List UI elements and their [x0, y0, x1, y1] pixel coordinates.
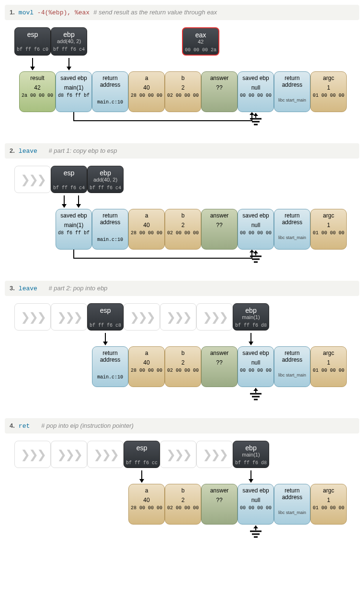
stack-cell: argc 1 01 00 00 00 [310, 346, 347, 387]
svg-marker-13 [76, 204, 81, 208]
step-header: 2. leave # part 1: copy ebp to esp [5, 143, 359, 159]
ghost-slot: ❯❯❯ [87, 441, 124, 468]
ghost-slot: ❯❯❯ [160, 303, 196, 331]
stack-cell: result 42 2a 00 00 00 [19, 71, 56, 112]
comment: # part 1: copy ebp to esp [48, 147, 117, 154]
ghost-slot: ❯❯❯ [14, 166, 51, 193]
stack-cell: return address main.c:10 [92, 209, 128, 250]
ghost-slot: ❯❯❯ [51, 441, 87, 468]
stack-cell: saved ebp null 00 00 00 00 [238, 209, 274, 250]
stack-cell: answer ?? [201, 209, 238, 250]
stack-cell: answer ?? [201, 484, 238, 525]
register-esp: esp bf ff f6 c0 [14, 27, 51, 56]
ghost-slot: ❯❯❯ [196, 441, 233, 468]
svg-marker-34 [253, 525, 258, 528]
ghost-slot: ❯❯❯ [14, 441, 51, 468]
stack-cell: return address libc start_main [274, 209, 310, 250]
stack-cell: answer ?? [201, 71, 238, 112]
stack-cell: saved ebp main(1) d8 f6 ff bf [56, 209, 92, 250]
comment: # pop into eip (instruction pointer) [41, 422, 134, 429]
stack-cell: a 40 28 00 00 00 [128, 346, 165, 387]
stack-cell: saved ebp main(1) d8 f6 ff bf [56, 71, 92, 112]
register-esp: esp bf ff f6 cc [124, 441, 160, 468]
instruction: leave [19, 148, 45, 155]
stack-cell: saved ebp null 00 00 00 00 [238, 71, 274, 112]
ghost-slot: ❯❯❯ [51, 303, 87, 331]
stack-cell: b 2 02 00 00 00 [165, 346, 201, 387]
stack-cell: argc 1 01 00 00 00 [310, 209, 347, 250]
instruction: movl -4(%ebp), %eax [19, 9, 90, 16]
step-header: 1. movl -4(%ebp), %eax # send result as … [5, 5, 359, 20]
register-esp: esp bf ff f6 c4 [51, 166, 87, 193]
ground-icon [249, 113, 263, 126]
svg-marker-6 [253, 113, 258, 116]
stack-cell: a 40 28 00 00 00 [128, 209, 165, 250]
stack-cell: a 40 28 00 00 00 [128, 484, 165, 525]
register-ebp: ebp main(1) bf ff f6 d8 [233, 441, 269, 468]
comment: # send result as the return value throug… [93, 9, 217, 16]
svg-marker-16 [253, 251, 258, 253]
svg-marker-3 [67, 67, 71, 70]
svg-marker-23 [249, 342, 253, 345]
stack-cell: saved ebp null 00 00 00 00 [238, 484, 274, 525]
stack-cell: return address libc start_main [274, 484, 310, 525]
svg-marker-11 [62, 204, 67, 208]
ghost-slot: ❯❯❯ [160, 441, 196, 468]
ghost-slot: ❯❯❯ [124, 303, 160, 331]
stack-cell: answer ?? [201, 346, 238, 387]
register-ebp: ebp main(1) bf ff f6 d8 [233, 303, 269, 331]
stack-cell: argc 1 01 00 00 00 [310, 484, 347, 525]
step-header: 3. leave # part 2: pop into ebp [5, 281, 359, 296]
svg-marker-21 [103, 342, 108, 345]
svg-marker-25 [253, 388, 258, 391]
step-header: 4. ret # pop into eip (instruction point… [5, 418, 359, 434]
ghost-slot: ❯❯❯ [14, 303, 51, 331]
ground-icon [249, 388, 263, 401]
svg-marker-32 [249, 479, 253, 483]
stack-cell: b 2 02 00 00 00 [165, 209, 201, 250]
instruction: leave [19, 285, 45, 292]
ground-icon [249, 251, 263, 264]
stack-cell: return address libc start_main [274, 71, 310, 112]
stack-cell: argc 1 01 00 00 00 [310, 71, 347, 112]
instruction: ret [19, 423, 37, 430]
svg-marker-1 [30, 67, 35, 70]
stack-cell: saved ebp null 00 00 00 00 [238, 346, 274, 387]
stack-cell: b 2 02 00 00 00 [165, 71, 201, 112]
stack-cell: a 40 28 00 00 00 [128, 71, 165, 112]
stack-cell: return address libc start_main [274, 346, 310, 387]
register-ebp: ebp add(40, 2) bf ff f6 c4 [51, 27, 87, 56]
register-eax: eax 42 00 00 00 2a [182, 27, 219, 56]
register-esp: esp bf ff f6 c8 [87, 303, 124, 331]
comment: # part 2: pop into ebp [48, 285, 107, 292]
ground-icon [249, 525, 263, 539]
svg-marker-30 [139, 479, 144, 483]
register-ebp: ebp add(40, 2) bf ff f6 c4 [87, 166, 124, 193]
stack-cell: return address main.c:10 [92, 71, 128, 112]
stack-cell: return address main.c:10 [92, 346, 128, 387]
ghost-slot: ❯❯❯ [196, 303, 233, 331]
stack-cell: b 2 02 00 00 00 [165, 484, 201, 525]
